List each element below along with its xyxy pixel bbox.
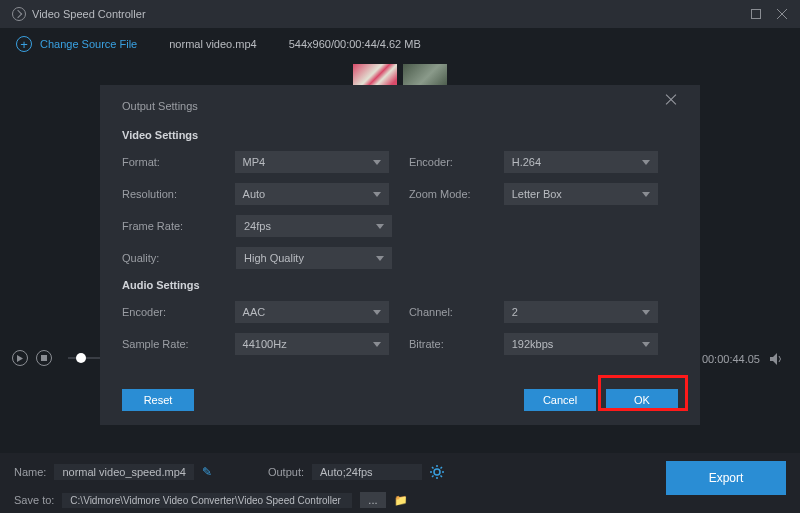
chevron-down-icon	[373, 310, 381, 315]
chevron-down-icon	[642, 342, 650, 347]
svg-line-16	[441, 467, 443, 469]
quality-select[interactable]: High Quality	[236, 247, 392, 269]
close-icon[interactable]	[664, 99, 678, 113]
browse-button[interactable]: ...	[360, 492, 385, 508]
quality-label: Quality:	[122, 252, 236, 264]
output-name-field[interactable]: normal video_speed.mp4	[54, 464, 194, 480]
svg-point-8	[434, 469, 440, 475]
folder-icon[interactable]: 📁	[394, 494, 408, 507]
chevron-down-icon	[642, 192, 650, 197]
source-info: 544x960/00:00:44/4.62 MB	[289, 38, 421, 50]
chevron-down-icon	[373, 342, 381, 347]
svg-line-15	[432, 476, 434, 478]
framerate-label: Frame Rate:	[122, 220, 236, 232]
audio-encoder-select[interactable]: AAC	[235, 301, 389, 323]
sample-rate-select[interactable]: 44100Hz	[235, 333, 389, 355]
svg-marker-3	[17, 355, 23, 362]
svg-line-13	[432, 467, 434, 469]
export-button[interactable]: Export	[666, 461, 786, 495]
add-icon[interactable]	[16, 36, 32, 52]
dialog-title: Output Settings	[122, 100, 198, 112]
svg-rect-0	[752, 10, 761, 19]
video-encoder-select[interactable]: H.264	[504, 151, 658, 173]
chevron-down-icon	[376, 224, 384, 229]
svg-marker-5	[770, 353, 777, 365]
chevron-down-icon	[642, 160, 650, 165]
zoom-mode-select[interactable]: Letter Box	[504, 183, 658, 205]
audio-encoder-label: Encoder:	[122, 306, 235, 318]
cancel-button[interactable]: Cancel	[524, 389, 596, 411]
framerate-select[interactable]: 24fps	[236, 215, 392, 237]
reset-button[interactable]: Reset	[122, 389, 194, 411]
bitrate-select[interactable]: 192kbps	[504, 333, 658, 355]
video-settings-heading: Video Settings	[122, 129, 678, 141]
channel-label: Channel:	[409, 306, 504, 318]
bitrate-label: Bitrate:	[409, 338, 504, 350]
zoom-label: Zoom Mode:	[409, 188, 504, 200]
app-icon	[12, 7, 26, 21]
sample-rate-label: Sample Rate:	[122, 338, 235, 350]
resolution-label: Resolution:	[122, 188, 235, 200]
encoder-label: Encoder:	[409, 156, 504, 168]
highlight-annotation	[598, 375, 688, 411]
change-source-link[interactable]: Change Source File	[40, 38, 137, 50]
stop-button[interactable]	[36, 350, 52, 366]
duration-text: 00:00:44.05	[702, 353, 760, 365]
svg-rect-4	[41, 355, 47, 361]
output-label: Output:	[268, 466, 304, 478]
format-select[interactable]: MP4	[235, 151, 389, 173]
play-button[interactable]	[12, 350, 28, 366]
chevron-down-icon	[373, 192, 381, 197]
gear-icon[interactable]	[430, 465, 444, 479]
close-button[interactable]	[776, 8, 788, 20]
chevron-down-icon	[373, 160, 381, 165]
chevron-down-icon	[376, 256, 384, 261]
save-path-field[interactable]: C:\Vidmore\Vidmore Video Converter\Video…	[62, 493, 352, 508]
output-settings-dialog: Output Settings Video Settings Format: M…	[100, 85, 700, 425]
format-label: Format:	[122, 156, 235, 168]
output-format-field[interactable]: Auto;24fps	[312, 464, 422, 480]
audio-settings-heading: Audio Settings	[122, 279, 678, 291]
edit-icon[interactable]: ✎	[202, 465, 212, 479]
name-label: Name:	[14, 466, 46, 478]
svg-line-14	[441, 476, 443, 478]
source-filename: normal video.mp4	[169, 38, 256, 50]
chevron-down-icon	[642, 310, 650, 315]
maximize-button[interactable]	[750, 8, 762, 20]
save-to-label: Save to:	[14, 494, 54, 506]
volume-icon[interactable]	[770, 353, 784, 365]
channel-select[interactable]: 2	[504, 301, 658, 323]
resolution-select[interactable]: Auto	[235, 183, 389, 205]
app-title: Video Speed Controller	[32, 8, 146, 20]
